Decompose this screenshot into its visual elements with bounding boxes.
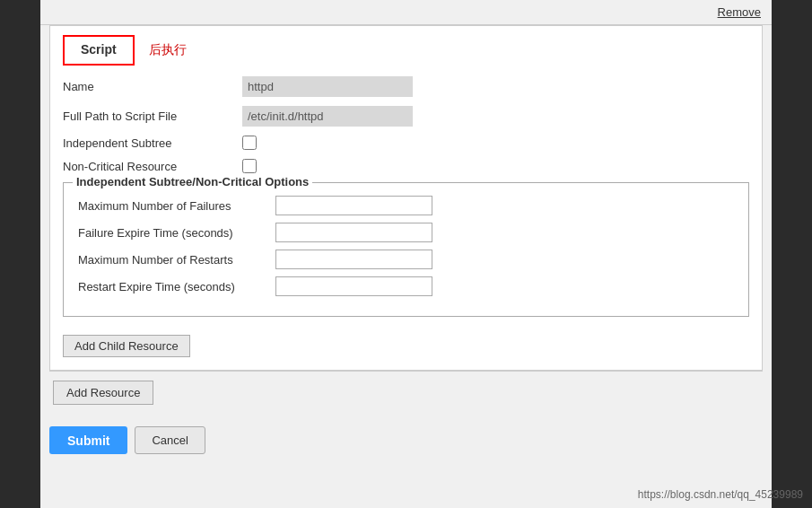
add-resource-button[interactable]: Add Resource xyxy=(53,381,153,405)
tab-post-exec[interactable]: 后执行 xyxy=(135,35,201,66)
name-label: Name xyxy=(63,80,242,93)
restart-expire-label: Restart Expire Time (seconds) xyxy=(78,280,275,293)
subtree-row-max-restarts: Maximum Number of Restarts xyxy=(78,250,734,269)
non-critical-checkbox[interactable] xyxy=(242,159,257,173)
independent-checkbox[interactable] xyxy=(242,136,257,150)
subtree-legend: Independent Subtree/Non-Critical Options xyxy=(73,175,312,188)
max-restarts-label: Maximum Number of Restarts xyxy=(78,253,275,267)
submit-button[interactable]: Submit xyxy=(49,426,127,454)
failure-expire-label: Failure Expire Time (seconds) xyxy=(78,226,275,240)
main-container: Remove Script 后执行 Name Full Path to Scri… xyxy=(40,0,772,508)
max-failures-input[interactable] xyxy=(275,196,432,215)
tab-script[interactable]: Script xyxy=(63,35,135,66)
watermark: https://blog.csdn.net/qq_45239989 xyxy=(638,488,803,501)
failure-expire-input[interactable] xyxy=(275,223,432,242)
max-failures-label: Maximum Number of Failures xyxy=(78,199,275,213)
subtree-row-max-failures: Maximum Number of Failures xyxy=(78,196,734,215)
add-child-resource-button[interactable]: Add Child Resource xyxy=(63,335,190,357)
form-row-name: Name xyxy=(63,76,749,97)
name-input[interactable] xyxy=(242,76,413,97)
form-row-independent: Independent Subtree xyxy=(63,136,749,150)
restart-expire-input[interactable] xyxy=(275,276,432,296)
cancel-button[interactable]: Cancel xyxy=(135,426,205,454)
path-input[interactable] xyxy=(242,106,413,127)
path-label: Full Path to Script File xyxy=(63,109,242,123)
top-bar: Remove xyxy=(40,0,772,25)
max-restarts-input[interactable] xyxy=(275,250,432,269)
remove-link[interactable]: Remove xyxy=(718,5,761,19)
form-row-path: Full Path to Script File xyxy=(63,106,749,127)
content-area: Script 后执行 Name Full Path to Script File… xyxy=(49,25,763,371)
add-resource-area: Add Resource xyxy=(40,372,772,414)
non-critical-label: Non-Critical Resource xyxy=(63,160,242,173)
independent-label: Independent Subtree xyxy=(63,136,242,150)
subtree-row-restart-expire: Restart Expire Time (seconds) xyxy=(78,276,734,296)
subtree-options: Independent Subtree/Non-Critical Options… xyxy=(63,182,749,317)
tabs-row: Script 后执行 xyxy=(63,35,749,66)
footer-area: Submit Cancel xyxy=(40,414,772,467)
subtree-row-failure-expire: Failure Expire Time (seconds) xyxy=(78,223,734,242)
form-row-non-critical: Non-Critical Resource xyxy=(63,159,749,173)
